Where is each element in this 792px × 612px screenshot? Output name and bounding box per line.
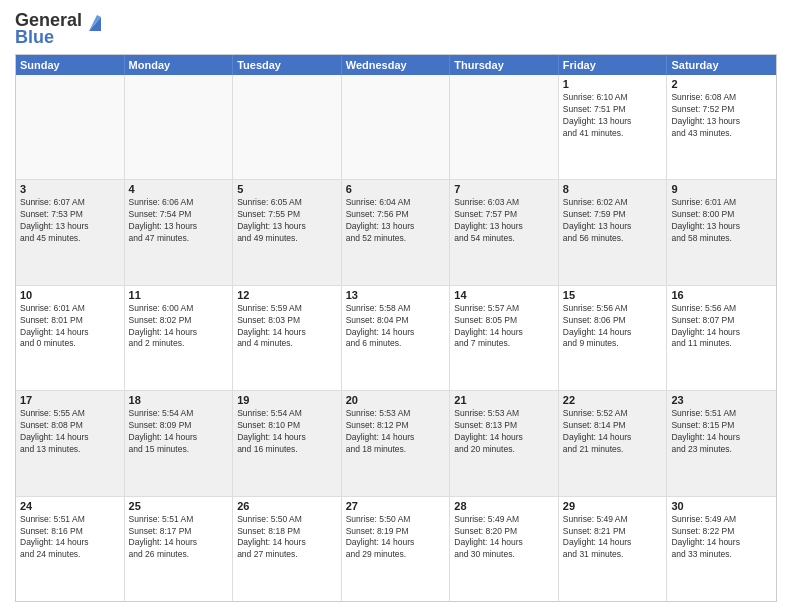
calendar-row-2: 10Sunrise: 6:01 AM Sunset: 8:01 PM Dayli… [16, 285, 776, 390]
header-friday: Friday [559, 55, 668, 75]
cell-text-17: Sunrise: 5:55 AM Sunset: 8:08 PM Dayligh… [20, 408, 120, 456]
cell-text-26: Sunrise: 5:50 AM Sunset: 8:18 PM Dayligh… [237, 514, 337, 562]
calendar-cell-4-5: 29Sunrise: 5:49 AM Sunset: 8:21 PM Dayli… [559, 497, 668, 601]
calendar-cell-2-5: 15Sunrise: 5:56 AM Sunset: 8:06 PM Dayli… [559, 286, 668, 390]
calendar-cell-2-3: 13Sunrise: 5:58 AM Sunset: 8:04 PM Dayli… [342, 286, 451, 390]
header-wednesday: Wednesday [342, 55, 451, 75]
calendar-cell-1-5: 8Sunrise: 6:02 AM Sunset: 7:59 PM Daylig… [559, 180, 668, 284]
calendar-cell-1-2: 5Sunrise: 6:05 AM Sunset: 7:55 PM Daylig… [233, 180, 342, 284]
day-number-1: 1 [563, 78, 663, 90]
calendar-cell-3-1: 18Sunrise: 5:54 AM Sunset: 8:09 PM Dayli… [125, 391, 234, 495]
day-number-5: 5 [237, 183, 337, 195]
calendar-row-3: 17Sunrise: 5:55 AM Sunset: 8:08 PM Dayli… [16, 390, 776, 495]
day-number-28: 28 [454, 500, 554, 512]
logo-blue-text: Blue [15, 27, 54, 48]
day-number-18: 18 [129, 394, 229, 406]
day-number-17: 17 [20, 394, 120, 406]
calendar-cell-0-6: 2Sunrise: 6:08 AM Sunset: 7:52 PM Daylig… [667, 75, 776, 179]
calendar-cell-3-4: 21Sunrise: 5:53 AM Sunset: 8:13 PM Dayli… [450, 391, 559, 495]
calendar-cell-4-1: 25Sunrise: 5:51 AM Sunset: 8:17 PM Dayli… [125, 497, 234, 601]
header-monday: Monday [125, 55, 234, 75]
cell-text-16: Sunrise: 5:56 AM Sunset: 8:07 PM Dayligh… [671, 303, 772, 351]
header: General Blue [15, 10, 777, 48]
cell-text-29: Sunrise: 5:49 AM Sunset: 8:21 PM Dayligh… [563, 514, 663, 562]
day-number-7: 7 [454, 183, 554, 195]
cell-text-19: Sunrise: 5:54 AM Sunset: 8:10 PM Dayligh… [237, 408, 337, 456]
day-number-6: 6 [346, 183, 446, 195]
day-number-25: 25 [129, 500, 229, 512]
cell-text-30: Sunrise: 5:49 AM Sunset: 8:22 PM Dayligh… [671, 514, 772, 562]
calendar-cell-3-3: 20Sunrise: 5:53 AM Sunset: 8:12 PM Dayli… [342, 391, 451, 495]
cell-text-9: Sunrise: 6:01 AM Sunset: 8:00 PM Dayligh… [671, 197, 772, 245]
calendar-cell-3-5: 22Sunrise: 5:52 AM Sunset: 8:14 PM Dayli… [559, 391, 668, 495]
cell-text-20: Sunrise: 5:53 AM Sunset: 8:12 PM Dayligh… [346, 408, 446, 456]
day-number-22: 22 [563, 394, 663, 406]
day-number-13: 13 [346, 289, 446, 301]
day-number-15: 15 [563, 289, 663, 301]
cell-text-1: Sunrise: 6:10 AM Sunset: 7:51 PM Dayligh… [563, 92, 663, 140]
cell-text-21: Sunrise: 5:53 AM Sunset: 8:13 PM Dayligh… [454, 408, 554, 456]
header-sunday: Sunday [16, 55, 125, 75]
calendar-cell-1-3: 6Sunrise: 6:04 AM Sunset: 7:56 PM Daylig… [342, 180, 451, 284]
cell-text-13: Sunrise: 5:58 AM Sunset: 8:04 PM Dayligh… [346, 303, 446, 351]
cell-text-18: Sunrise: 5:54 AM Sunset: 8:09 PM Dayligh… [129, 408, 229, 456]
calendar-cell-0-5: 1Sunrise: 6:10 AM Sunset: 7:51 PM Daylig… [559, 75, 668, 179]
cell-text-22: Sunrise: 5:52 AM Sunset: 8:14 PM Dayligh… [563, 408, 663, 456]
calendar-cell-0-2 [233, 75, 342, 179]
day-number-2: 2 [671, 78, 772, 90]
day-number-10: 10 [20, 289, 120, 301]
calendar-cell-2-2: 12Sunrise: 5:59 AM Sunset: 8:03 PM Dayli… [233, 286, 342, 390]
calendar-cell-2-6: 16Sunrise: 5:56 AM Sunset: 8:07 PM Dayli… [667, 286, 776, 390]
calendar-cell-2-0: 10Sunrise: 6:01 AM Sunset: 8:01 PM Dayli… [16, 286, 125, 390]
header-saturday: Saturday [667, 55, 776, 75]
cell-text-5: Sunrise: 6:05 AM Sunset: 7:55 PM Dayligh… [237, 197, 337, 245]
calendar-cell-4-2: 26Sunrise: 5:50 AM Sunset: 8:18 PM Dayli… [233, 497, 342, 601]
header-thursday: Thursday [450, 55, 559, 75]
calendar-row-4: 24Sunrise: 5:51 AM Sunset: 8:16 PM Dayli… [16, 496, 776, 601]
cell-text-15: Sunrise: 5:56 AM Sunset: 8:06 PM Dayligh… [563, 303, 663, 351]
cell-text-6: Sunrise: 6:04 AM Sunset: 7:56 PM Dayligh… [346, 197, 446, 245]
cell-text-28: Sunrise: 5:49 AM Sunset: 8:20 PM Dayligh… [454, 514, 554, 562]
day-number-23: 23 [671, 394, 772, 406]
cell-text-4: Sunrise: 6:06 AM Sunset: 7:54 PM Dayligh… [129, 197, 229, 245]
cell-text-23: Sunrise: 5:51 AM Sunset: 8:15 PM Dayligh… [671, 408, 772, 456]
calendar-cell-3-6: 23Sunrise: 5:51 AM Sunset: 8:15 PM Dayli… [667, 391, 776, 495]
day-number-11: 11 [129, 289, 229, 301]
calendar: Sunday Monday Tuesday Wednesday Thursday… [15, 54, 777, 602]
calendar-cell-1-0: 3Sunrise: 6:07 AM Sunset: 7:53 PM Daylig… [16, 180, 125, 284]
calendar-header: Sunday Monday Tuesday Wednesday Thursday… [16, 55, 776, 75]
calendar-cell-1-6: 9Sunrise: 6:01 AM Sunset: 8:00 PM Daylig… [667, 180, 776, 284]
day-number-26: 26 [237, 500, 337, 512]
logo-area: General Blue [15, 10, 102, 48]
calendar-cell-2-1: 11Sunrise: 6:00 AM Sunset: 8:02 PM Dayli… [125, 286, 234, 390]
day-number-9: 9 [671, 183, 772, 195]
day-number-16: 16 [671, 289, 772, 301]
calendar-cell-0-3 [342, 75, 451, 179]
calendar-body: 1Sunrise: 6:10 AM Sunset: 7:51 PM Daylig… [16, 75, 776, 601]
calendar-cell-4-4: 28Sunrise: 5:49 AM Sunset: 8:20 PM Dayli… [450, 497, 559, 601]
calendar-row-1: 3Sunrise: 6:07 AM Sunset: 7:53 PM Daylig… [16, 179, 776, 284]
cell-text-27: Sunrise: 5:50 AM Sunset: 8:19 PM Dayligh… [346, 514, 446, 562]
calendar-cell-4-6: 30Sunrise: 5:49 AM Sunset: 8:22 PM Dayli… [667, 497, 776, 601]
day-number-24: 24 [20, 500, 120, 512]
calendar-row-0: 1Sunrise: 6:10 AM Sunset: 7:51 PM Daylig… [16, 75, 776, 179]
cell-text-25: Sunrise: 5:51 AM Sunset: 8:17 PM Dayligh… [129, 514, 229, 562]
day-number-29: 29 [563, 500, 663, 512]
calendar-cell-1-4: 7Sunrise: 6:03 AM Sunset: 7:57 PM Daylig… [450, 180, 559, 284]
cell-text-12: Sunrise: 5:59 AM Sunset: 8:03 PM Dayligh… [237, 303, 337, 351]
day-number-8: 8 [563, 183, 663, 195]
cell-text-3: Sunrise: 6:07 AM Sunset: 7:53 PM Dayligh… [20, 197, 120, 245]
header-tuesday: Tuesday [233, 55, 342, 75]
cell-text-10: Sunrise: 6:01 AM Sunset: 8:01 PM Dayligh… [20, 303, 120, 351]
day-number-4: 4 [129, 183, 229, 195]
day-number-14: 14 [454, 289, 554, 301]
calendar-cell-3-0: 17Sunrise: 5:55 AM Sunset: 8:08 PM Dayli… [16, 391, 125, 495]
day-number-20: 20 [346, 394, 446, 406]
cell-text-11: Sunrise: 6:00 AM Sunset: 8:02 PM Dayligh… [129, 303, 229, 351]
day-number-3: 3 [20, 183, 120, 195]
day-number-30: 30 [671, 500, 772, 512]
calendar-cell-4-0: 24Sunrise: 5:51 AM Sunset: 8:16 PM Dayli… [16, 497, 125, 601]
cell-text-24: Sunrise: 5:51 AM Sunset: 8:16 PM Dayligh… [20, 514, 120, 562]
cell-text-8: Sunrise: 6:02 AM Sunset: 7:59 PM Dayligh… [563, 197, 663, 245]
day-number-12: 12 [237, 289, 337, 301]
